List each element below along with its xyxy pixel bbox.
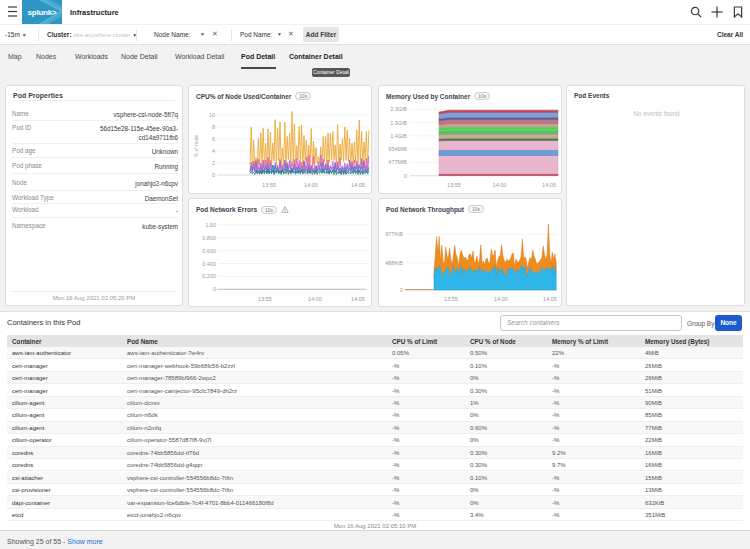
svg-text:0.400: 0.400 [202,261,216,267]
svg-text:14:00: 14:00 [308,296,322,302]
svg-text:14:05: 14:05 [543,296,557,302]
svg-text:% of node: % of node [193,135,199,158]
svg-text:13:55: 13:55 [262,182,276,188]
svg-text:477MiB: 477MiB [388,159,407,165]
svg-text:1.00: 1.00 [205,222,216,228]
svg-text:14:05: 14:05 [351,182,365,188]
svg-text:1.9GiB: 1.9GiB [390,120,407,126]
svg-text:977KiB: 977KiB [385,231,403,237]
svg-text:954MiB: 954MiB [388,146,407,152]
svg-text:14:05: 14:05 [542,182,556,188]
svg-text:0.600: 0.600 [202,248,216,254]
svg-text:14:00: 14:00 [493,182,507,188]
svg-text:13:55: 13:55 [447,182,461,188]
svg-text:488KiB: 488KiB [385,260,403,266]
svg-text:14:00: 14:00 [304,182,318,188]
svg-text:10: 10 [209,112,215,118]
svg-text:6: 6 [212,136,215,142]
svg-text:0: 0 [213,286,216,292]
svg-text:14:00: 14:00 [494,296,508,302]
svg-text:0: 0 [400,287,403,293]
svg-text:0: 0 [404,173,407,179]
svg-text:2: 2 [212,160,215,166]
svg-text:0.800: 0.800 [202,235,216,241]
svg-text:13:55: 13:55 [258,296,272,302]
svg-text:8: 8 [212,124,215,130]
svg-text:0: 0 [212,172,215,178]
svg-text:14:05: 14:05 [351,296,365,302]
svg-text:1.4GiB: 1.4GiB [390,133,407,139]
svg-text:2.3GiB: 2.3GiB [390,106,407,112]
svg-text:4: 4 [212,148,215,154]
svg-text:0.200: 0.200 [202,273,216,279]
svg-text:13:55: 13:55 [444,296,458,302]
